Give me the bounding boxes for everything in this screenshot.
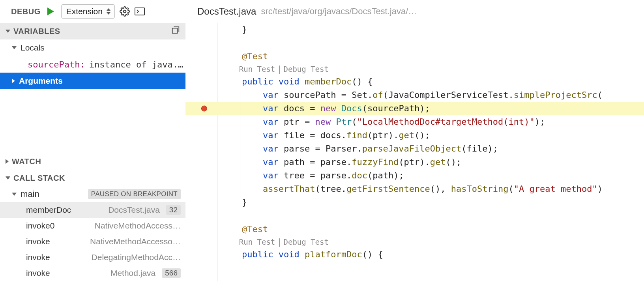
codelens-run-test[interactable]: Run Test: [239, 235, 275, 249]
variables-scope-arguments[interactable]: Arguments: [0, 73, 185, 89]
debug-label: DEBUG: [11, 7, 41, 16]
debug-console-icon[interactable]: [135, 7, 145, 15]
variables-section-header[interactable]: VARIABLES: [0, 23, 185, 39]
svg-rect-2: [172, 28, 178, 33]
codelens-debug-test[interactable]: Debug Test: [284, 235, 329, 249]
stack-frame[interactable]: invoke Method.java 566: [0, 265, 185, 281]
chevron-right-icon: [12, 79, 15, 83]
variables-scope-locals[interactable]: Locals: [0, 39, 185, 56]
play-icon: [47, 7, 54, 15]
watch-section-header[interactable]: WATCH: [0, 153, 185, 170]
stack-frame[interactable]: memberDoc DocsTest.java 32: [0, 202, 185, 218]
editor-tab-bar: DocsTest.java src/test/java/org/javacs/D…: [185, 0, 644, 23]
debug-toolbar: DEBUG Extension: [0, 0, 185, 23]
callstack-section-header[interactable]: CALL STACK: [0, 170, 185, 186]
breakpoint-icon[interactable]: [201, 106, 207, 112]
chevron-down-icon: [12, 193, 17, 196]
variable-sourcePath[interactable]: sourcePath: instance of java.u…: [0, 56, 185, 73]
variables-tree: Locals sourcePath: instance of java.u… A…: [0, 39, 185, 91]
editor-area: DocsTest.java src/test/java/org/javacs/D…: [185, 0, 644, 281]
chevron-down-icon: [6, 30, 10, 33]
gear-icon[interactable]: [120, 6, 130, 17]
stack-frame[interactable]: invoke DelegatingMethodAcc…: [0, 249, 185, 265]
svg-point-0: [124, 10, 126, 13]
collapse-all-icon[interactable]: [171, 26, 180, 37]
callstack-tree: main PAUSED ON BREAKPOINT memberDoc Docs…: [0, 186, 185, 281]
svg-rect-1: [135, 8, 144, 15]
editor-tab-title[interactable]: DocsTest.java: [197, 6, 256, 17]
stack-frame[interactable]: invoke0 NativeMethodAccess…: [0, 218, 185, 234]
start-debug-button[interactable]: [45, 6, 56, 17]
editor-tab-path: src/test/java/org/javacs/DocsTest.java/…: [261, 6, 417, 17]
chevron-right-icon: [6, 159, 9, 164]
launch-config-select[interactable]: Extension: [61, 4, 115, 19]
stack-frame[interactable]: invoke NativeMethodAccesso…: [0, 234, 185, 249]
chevron-down-icon: [6, 176, 10, 180]
codelens-run-test[interactable]: Run Test: [239, 62, 275, 76]
chevron-down-icon: [12, 46, 17, 49]
debug-sidebar: DEBUG Extension VARIABLES Locals sourceP…: [0, 0, 185, 281]
codelens-debug-test[interactable]: Debug Test: [284, 62, 329, 76]
current-execution-line: var docs = new Docs(sourcePath);: [185, 102, 644, 115]
callstack-thread-main[interactable]: main PAUSED ON BREAKPOINT: [0, 186, 185, 202]
code-editor[interactable]: } @Test Run Test|Debug Test public void …: [185, 23, 644, 281]
thread-state-badge: PAUSED ON BREAKPOINT: [88, 189, 181, 199]
